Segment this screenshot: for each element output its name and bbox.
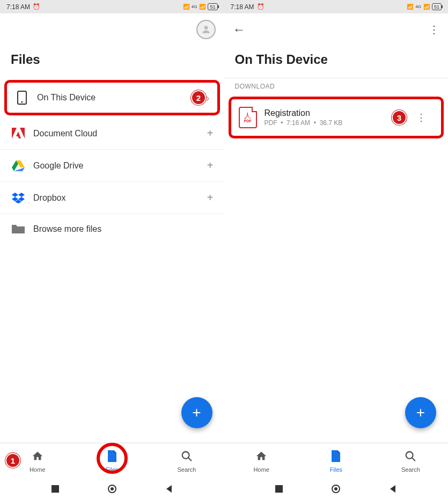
back-button[interactable] [164,484,174,494]
bottom-nav: Home 1 Files Search [0,443,224,479]
svg-point-0 [204,26,208,30]
header [0,13,224,46]
bottom-nav: Home Files Search [224,443,449,479]
svg-line-4 [188,457,192,460]
nav-files[interactable]: Files [75,443,149,479]
nav-label: Home [30,466,45,473]
nav-label: Search [401,466,420,473]
network-icon: 4G [415,4,421,9]
location-google-drive[interactable]: Google Drive + [0,150,224,182]
svg-point-2 [21,101,23,103]
location-dropbox[interactable]: Dropbox + [0,182,224,214]
battery-icon: 51 [432,3,442,10]
page-title: On This Device [224,46,449,78]
system-nav [224,479,449,498]
left-screen: 7:18 AM ⏰ 📶 4G 📶 51 Files On Th [0,0,224,498]
file-item-registration[interactable]: 人 PDF Registration PDF • 7:16 AM • 36.7 … [229,97,444,138]
location-label: Dropbox [33,193,207,203]
search-icon [405,450,416,465]
nav-search[interactable]: Search [373,443,448,479]
signal-icon-2: 📶 [423,4,430,10]
nav-home[interactable]: Home 1 [0,443,75,479]
network-icon: 4G [192,4,197,9]
annotation-badge-3: 3 [392,110,407,125]
alarm-icon: ⏰ [257,3,265,10]
gdrive-icon [11,160,26,171]
nav-label: Home [253,466,269,473]
home-icon [255,450,267,465]
user-icon [201,24,211,35]
search-icon [181,450,193,465]
location-on-this-device[interactable]: On This Device 2 › [4,80,220,115]
svg-point-12 [334,487,337,490]
locations-list: On This Device 2 › Document Cloud + Goog… [0,78,224,244]
header: ← ⋮ [224,13,449,46]
plus-icon[interactable]: + [207,192,214,204]
back-arrow-icon[interactable]: ← [233,22,246,37]
pdf-file-icon: 人 PDF [239,107,257,128]
file-icon [331,450,341,465]
recent-apps-button[interactable] [274,484,284,494]
annotation-badge-1: 1 [5,453,20,468]
nav-files[interactable]: Files [299,443,373,479]
status-bar: 7:18 AM ⏰ 📶 4G 📶 51 [224,0,449,13]
nav-label: Files [330,466,342,473]
svg-rect-10 [275,485,283,493]
phone-icon [14,91,30,105]
plus-icon[interactable]: + [207,127,214,140]
location-label: On This Device [37,93,185,102]
back-button[interactable] [388,484,398,494]
section-label: DOWNLOAD [224,78,449,93]
annotation-badge-2: 2 [191,90,206,105]
fab-add-button[interactable]: + [181,397,212,428]
status-time: 7:18 AM [231,3,254,11]
signal-icon-2: 📶 [199,4,205,10]
nav-home[interactable]: Home [224,443,299,479]
annotation-circle [97,443,128,474]
nav-label: Search [178,466,196,473]
nav-search[interactable]: Search [149,443,224,479]
avatar-button[interactable] [196,20,216,39]
signal-icon: 📶 [407,4,413,10]
signal-icon: 📶 [183,4,189,10]
system-nav [0,479,224,498]
status-time: 7:18 AM [6,3,30,11]
svg-rect-5 [52,485,59,493]
alarm-icon: ⏰ [33,3,40,10]
home-button[interactable] [331,484,341,494]
folder-icon [11,224,26,235]
plus-icon[interactable]: + [207,159,214,172]
status-right: 📶 4G 📶 51 [183,3,218,10]
home-icon [32,450,43,465]
status-right: 📶 4G 📶 51 [407,3,442,10]
recent-apps-button[interactable] [50,484,60,494]
file-more-icon[interactable]: ⋮ [416,112,426,123]
fab-add-button[interactable]: + [405,397,436,428]
battery-icon: 51 [208,3,217,10]
location-browse-more[interactable]: Browse more files [0,214,224,244]
location-document-cloud[interactable]: Document Cloud + [0,118,224,150]
dropbox-icon [11,193,26,203]
page-title: Files [0,46,224,78]
location-label: Google Drive [33,161,207,171]
location-label: Browse more files [33,224,214,234]
right-screen: 7:18 AM ⏰ 📶 4G 📶 51 ← ⋮ On This Device D… [224,0,449,498]
chevron-right-icon: › [206,92,210,104]
status-bar: 7:18 AM ⏰ 📶 4G 📶 51 [0,0,224,13]
home-button[interactable] [107,484,117,494]
more-options-icon[interactable]: ⋮ [429,23,439,36]
adobe-icon [11,128,26,140]
location-label: Document Cloud [33,129,207,138]
svg-point-7 [111,487,114,490]
svg-line-9 [412,457,415,460]
file-meta: PDF • 7:16 AM • 36.7 KB [265,119,392,127]
file-name: Registration [265,108,392,118]
